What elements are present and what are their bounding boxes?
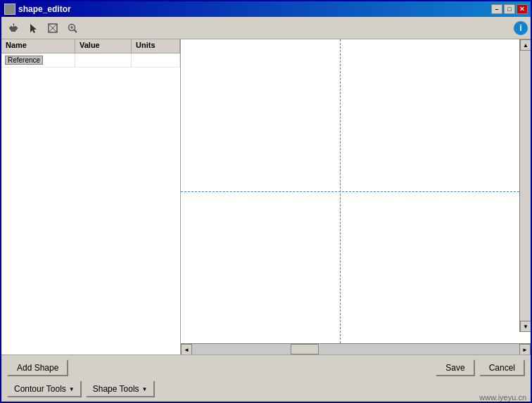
cancel-button[interactable]: Cancel xyxy=(479,359,525,376)
shape-tools-arrow-icon: ▼ xyxy=(142,386,148,392)
horizontal-guide-line xyxy=(181,191,519,192)
select-tool-button[interactable] xyxy=(24,20,42,37)
zoom-icon xyxy=(67,23,78,34)
fit-tool-button[interactable] xyxy=(44,20,62,37)
properties-panel: Name Value Units Reference xyxy=(1,39,181,354)
vertical-scrollbar[interactable]: ▲ ▼ xyxy=(519,39,531,332)
info-icon: i xyxy=(519,23,521,33)
select-icon xyxy=(27,23,39,34)
scroll-right-arrow[interactable]: ► xyxy=(519,344,531,354)
fit-icon xyxy=(47,23,58,34)
info-button[interactable]: i xyxy=(514,21,528,35)
scroll-down-arrow[interactable]: ▼ xyxy=(520,321,531,332)
col-units-header: Units xyxy=(132,39,180,53)
watermark: www.iyeyu.cn xyxy=(479,393,526,402)
pan-icon xyxy=(8,23,19,34)
main-content: Name Value Units Reference xyxy=(1,39,531,354)
pan-tool-button[interactable] xyxy=(4,20,23,37)
contour-tools-dropdown[interactable]: Contour Tools ▼ xyxy=(7,380,82,397)
scroll-left-arrow[interactable]: ◄ xyxy=(181,344,192,354)
title-bar: shape_editor – □ ✕ xyxy=(1,1,531,17)
properties-header: Name Value Units xyxy=(1,39,180,53)
bottom-row-buttons: Add Shape Save Cancel xyxy=(7,359,525,376)
shape-tools-label: Shape Tools xyxy=(93,384,139,394)
window-icon xyxy=(4,4,15,15)
properties-body: Reference xyxy=(1,53,180,354)
property-name-cell: Reference xyxy=(1,53,75,67)
canvas-panel: ▲ ▼ ◄ ► xyxy=(181,39,531,354)
window-title: shape_editor xyxy=(18,4,491,14)
zoom-tool-button[interactable] xyxy=(63,20,82,37)
horizontal-scrollbar[interactable]: ◄ ► xyxy=(181,343,531,354)
bottom-right-buttons: Save Cancel xyxy=(436,359,525,376)
add-shape-button[interactable]: Add Shape xyxy=(7,359,68,376)
vertical-guide-line xyxy=(340,39,341,343)
scroll-up-arrow[interactable]: ▲ xyxy=(520,39,531,51)
title-bar-buttons: – □ ✕ xyxy=(491,4,528,14)
svg-line-4 xyxy=(75,30,77,32)
maximize-button[interactable]: □ xyxy=(504,4,515,14)
shape-tools-dropdown[interactable]: Shape Tools ▼ xyxy=(86,380,155,397)
save-button[interactable]: Save xyxy=(436,359,474,376)
scroll-track-h[interactable] xyxy=(192,344,519,354)
contour-tools-arrow-icon: ▼ xyxy=(69,386,75,392)
property-units-cell xyxy=(132,53,180,67)
canvas-area[interactable]: ▲ ▼ xyxy=(181,39,531,343)
canvas-inner xyxy=(181,39,519,343)
col-value-header: Value xyxy=(75,39,132,53)
col-name-header: Name xyxy=(1,39,75,53)
bottom-row-tools: Contour Tools ▼ Shape Tools ▼ xyxy=(7,380,525,397)
toolbar: i xyxy=(1,17,531,39)
table-row: Reference xyxy=(1,53,180,68)
reference-tag: Reference xyxy=(5,56,43,65)
scroll-thumb-h[interactable] xyxy=(291,344,319,354)
property-value-cell xyxy=(75,53,132,67)
close-button[interactable]: ✕ xyxy=(517,4,528,14)
scroll-track-v[interactable] xyxy=(520,51,531,321)
bottom-bar: Add Shape Save Cancel Contour Tools ▼ Sh… xyxy=(1,354,531,402)
contour-tools-label: Contour Tools xyxy=(14,384,66,394)
minimize-button[interactable]: – xyxy=(491,4,502,14)
main-window: shape_editor – □ ✕ xyxy=(0,0,532,403)
